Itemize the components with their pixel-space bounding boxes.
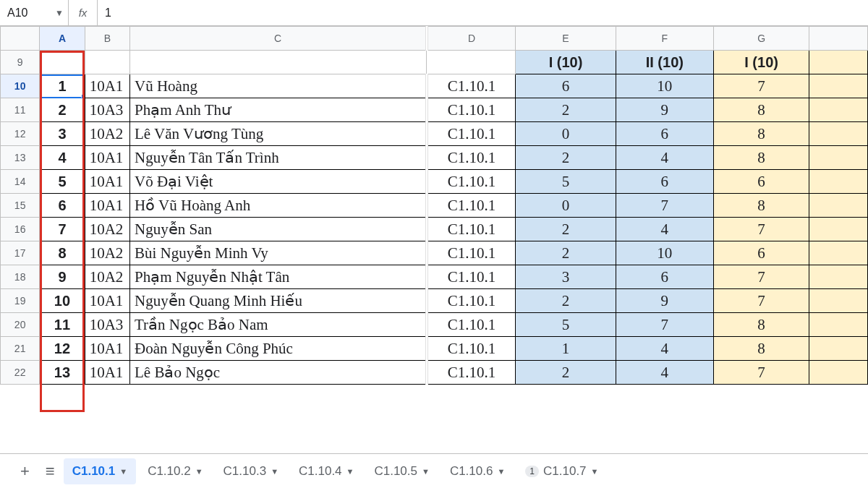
row-header[interactable]: 18	[1, 265, 40, 289]
cell-C17[interactable]: Bùi Nguyễn Minh Vy	[130, 241, 427, 265]
row-header[interactable]: 11	[1, 98, 40, 122]
cell-C13[interactable]: Nguyễn Tân Tấn Trình	[130, 146, 427, 170]
col-header-D[interactable]: D	[427, 27, 516, 51]
cell-F19[interactable]: 9	[616, 289, 713, 313]
row-header[interactable]: 20	[1, 313, 40, 337]
cell-C19[interactable]: Nguyễn Quang Minh Hiếu	[130, 289, 427, 313]
cell-B10[interactable]: 10A1	[85, 74, 129, 98]
cell-E19[interactable]: 2	[516, 289, 616, 313]
col-header-H[interactable]	[809, 27, 868, 51]
cell-F21[interactable]: 4	[616, 337, 713, 361]
cell-E16[interactable]: 2	[516, 218, 616, 241]
spreadsheet-grid[interactable]: A B C D E F G 9I (10)II (10)I (10)10110A…	[0, 26, 868, 453]
cell-G18[interactable]: 7	[713, 265, 809, 289]
formula-input[interactable]: 1	[98, 0, 868, 25]
cell-B13[interactable]: 10A1	[85, 146, 129, 170]
cell-B21[interactable]: 10A1	[85, 337, 129, 361]
cell-B19[interactable]: 10A1	[85, 289, 129, 313]
cell-A11[interactable]: 2	[40, 98, 85, 122]
sheet-tab[interactable]: 1C1.10.7▼	[516, 458, 607, 484]
cell-G19[interactable]: 7	[713, 289, 809, 313]
sheet-tab[interactable]: C1.10.6▼	[441, 458, 514, 484]
row-header[interactable]: 12	[1, 122, 40, 146]
chevron-down-icon[interactable]: ▼	[195, 467, 203, 476]
cell-D15[interactable]: C1.10.1	[427, 194, 516, 218]
cell-A21[interactable]: 12	[40, 337, 85, 361]
cell-H13[interactable]	[809, 146, 868, 170]
cell-A20[interactable]: 11	[40, 313, 85, 337]
cell-E17[interactable]: 2	[516, 241, 616, 265]
row-header[interactable]: 15	[1, 194, 40, 218]
name-box-dropdown-icon[interactable]: ▼	[55, 8, 64, 18]
cell-B16[interactable]: 10A2	[85, 218, 129, 241]
cell-E12[interactable]: 0	[516, 122, 616, 146]
sheet-tab[interactable]: C1.10.4▼	[290, 458, 362, 484]
cell-B20[interactable]: 10A3	[85, 313, 129, 337]
cell-A10[interactable]: 1	[40, 74, 85, 98]
cell-H16[interactable]	[809, 218, 868, 241]
cell-H14[interactable]	[809, 170, 868, 194]
cell-C21[interactable]: Đoàn Nguyễn Công Phúc	[130, 337, 427, 361]
cell-B22[interactable]: 10A1	[85, 361, 129, 385]
cell-H22[interactable]	[809, 361, 868, 385]
cell-E13[interactable]: 2	[516, 146, 616, 170]
cell-D12[interactable]: C1.10.1	[427, 122, 516, 146]
col-header-G[interactable]: G	[713, 27, 809, 51]
cell-C9[interactable]	[130, 51, 427, 74]
cell-E20[interactable]: 5	[516, 313, 616, 337]
cell-H11[interactable]	[809, 98, 868, 122]
sheet-tab[interactable]: C1.10.3▼	[215, 458, 287, 484]
cell-C12[interactable]: Lê Văn Vương Tùng	[130, 122, 427, 146]
all-sheets-button[interactable]: ≡	[38, 458, 62, 484]
cell-B9[interactable]	[85, 51, 129, 74]
cell-D17[interactable]: C1.10.1	[427, 241, 516, 265]
cell-F13[interactable]: 4	[616, 146, 713, 170]
cell-G15[interactable]: 8	[713, 194, 809, 218]
row-header[interactable]: 9	[1, 51, 40, 74]
cell-E15[interactable]: 0	[516, 194, 616, 218]
cell-G13[interactable]: 8	[713, 146, 809, 170]
cell-C10[interactable]: Vũ Hoàng	[130, 74, 427, 98]
cell-A14[interactable]: 5	[40, 170, 85, 194]
cell-A12[interactable]: 3	[40, 122, 85, 146]
cell-H17[interactable]	[809, 241, 868, 265]
cell-E9[interactable]: I (10)	[516, 51, 616, 74]
cell-C16[interactable]: Nguyễn San	[130, 218, 427, 241]
cell-F9[interactable]: II (10)	[616, 51, 713, 74]
sheet-tab[interactable]: C1.10.2▼	[139, 458, 211, 484]
cell-B14[interactable]: 10A1	[85, 170, 129, 194]
row-header[interactable]: 14	[1, 170, 40, 194]
col-header-E[interactable]: E	[516, 27, 616, 51]
row-header[interactable]: 21	[1, 337, 40, 361]
cell-A19[interactable]: 10	[40, 289, 85, 313]
row-header[interactable]: 13	[1, 146, 40, 170]
cell-E14[interactable]: 5	[516, 170, 616, 194]
name-box[interactable]: A10 ▼	[0, 0, 69, 25]
cell-D20[interactable]: C1.10.1	[427, 313, 516, 337]
cell-D13[interactable]: C1.10.1	[427, 146, 516, 170]
col-header-A[interactable]: A	[40, 27, 85, 51]
cell-A18[interactable]: 9	[40, 265, 85, 289]
cell-G21[interactable]: 8	[713, 337, 809, 361]
cell-E22[interactable]: 2	[516, 361, 616, 385]
cell-H19[interactable]	[809, 289, 868, 313]
row-header[interactable]: 19	[1, 289, 40, 313]
chevron-down-icon[interactable]: ▼	[271, 467, 278, 476]
row-header[interactable]: 22	[1, 361, 40, 385]
sheet-tab[interactable]: C1.10.1▼	[64, 458, 136, 484]
cell-D10[interactable]: C1.10.1	[427, 74, 516, 98]
cell-B12[interactable]: 10A2	[85, 122, 129, 146]
cell-G14[interactable]: 6	[713, 170, 809, 194]
cell-F22[interactable]: 4	[616, 361, 713, 385]
cell-B18[interactable]: 10A2	[85, 265, 129, 289]
cell-D9[interactable]	[427, 51, 516, 74]
chevron-down-icon[interactable]: ▼	[119, 467, 127, 476]
cell-E21[interactable]: 1	[516, 337, 616, 361]
cell-C22[interactable]: Lê Bảo Ngọc	[130, 361, 427, 385]
cell-F18[interactable]: 6	[616, 265, 713, 289]
cell-F14[interactable]: 6	[616, 170, 713, 194]
cell-C15[interactable]: Hồ Vũ Hoàng Anh	[130, 194, 427, 218]
cell-E11[interactable]: 2	[516, 98, 616, 122]
chevron-down-icon[interactable]: ▼	[497, 467, 505, 476]
cell-C14[interactable]: Võ Đại Việt	[130, 170, 427, 194]
